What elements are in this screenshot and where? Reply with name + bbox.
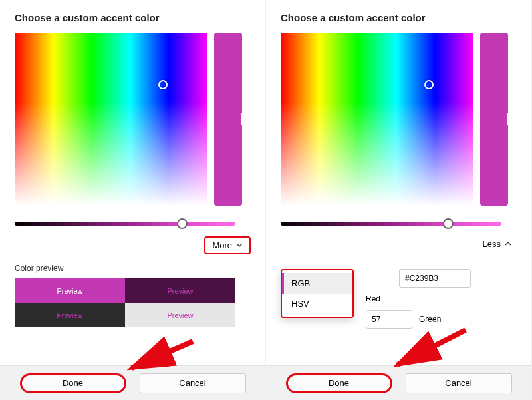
chevron-up-icon	[505, 239, 511, 249]
more-label: More	[212, 240, 232, 250]
done-button[interactable]: Done	[20, 373, 126, 393]
chevron-down-icon	[236, 240, 243, 250]
preview-swatch: Preview	[15, 278, 125, 303]
color-mode-dropdown[interactable]: RGB HSV	[281, 269, 354, 318]
mode-option-hsv[interactable]: HSV	[282, 294, 352, 314]
done-button[interactable]: Done	[286, 373, 392, 393]
lightness-thumb[interactable]	[177, 218, 188, 229]
green-label: Green	[419, 315, 441, 324]
hex-input[interactable]	[399, 269, 471, 288]
less-label: Less	[483, 239, 501, 249]
green-input[interactable]	[366, 310, 412, 329]
less-toggle[interactable]: Less	[477, 236, 517, 252]
value-bar[interactable]	[480, 33, 508, 206]
preview-swatch: Preview	[15, 303, 125, 327]
lightness-slider[interactable]	[281, 222, 501, 226]
preview-swatch: Preview	[125, 278, 235, 303]
value-bar[interactable]	[214, 33, 242, 206]
dialog-footer: Done Cancel	[266, 365, 531, 400]
color-spectrum[interactable]	[15, 33, 207, 206]
spectrum-cursor[interactable]	[424, 80, 434, 89]
red-label: Red	[366, 294, 380, 303]
more-toggle[interactable]: More	[204, 236, 251, 254]
preview-swatch: Preview	[125, 303, 235, 327]
color-spectrum[interactable]	[281, 33, 473, 206]
color-picker-panel-expanded: Choose a custom accent color Less RGB HS…	[266, 0, 532, 400]
lightness-slider[interactable]	[15, 222, 235, 226]
color-preview-grid: Preview Preview Preview Preview	[15, 278, 235, 327]
value-bar-thumb[interactable]	[241, 113, 243, 125]
cancel-button[interactable]: Cancel	[140, 373, 246, 393]
dialog-footer: Done Cancel	[0, 365, 265, 400]
dialog-title: Choose a custom accent color	[281, 12, 517, 23]
dialog-title: Choose a custom accent color	[15, 12, 251, 23]
cancel-button[interactable]: Cancel	[406, 373, 512, 393]
mode-option-rgb[interactable]: RGB	[282, 273, 352, 294]
lightness-thumb[interactable]	[443, 218, 454, 229]
svg-line-0	[132, 341, 193, 368]
value-bar-thumb[interactable]	[507, 113, 509, 125]
color-preview-title: Color preview	[15, 264, 251, 273]
spectrum-cursor[interactable]	[158, 80, 168, 89]
color-picker-panel-collapsed: Choose a custom accent color More Color …	[0, 0, 266, 400]
svg-line-1	[398, 330, 466, 365]
